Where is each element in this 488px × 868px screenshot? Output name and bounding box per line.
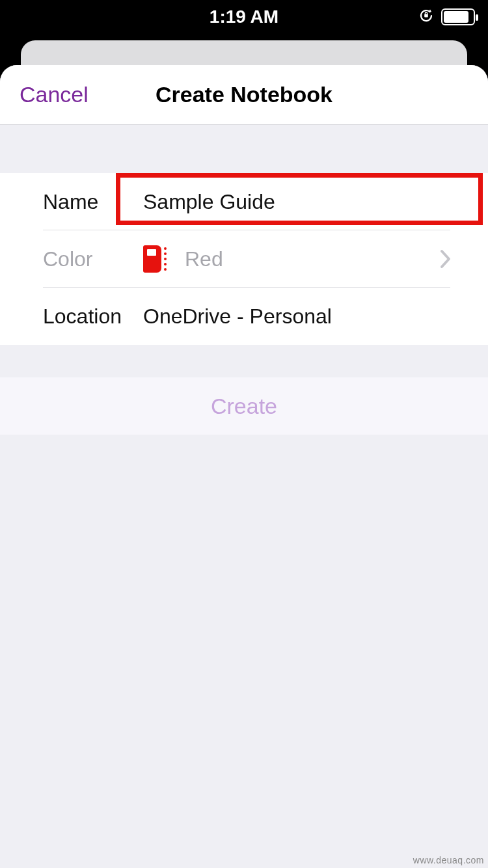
watermark: www.deuaq.com: [413, 855, 484, 865]
nav-bar: Cancel Create Notebook: [0, 65, 488, 125]
name-label: Name: [43, 190, 143, 214]
color-value: Red: [185, 247, 223, 271]
location-row: Location OneDrive - Personal: [0, 288, 488, 345]
section-spacer: [0, 125, 488, 173]
svg-rect-0: [424, 14, 428, 18]
orientation-lock-icon: [418, 7, 435, 27]
page-title: Create Notebook: [156, 82, 332, 107]
cancel-button[interactable]: Cancel: [20, 82, 88, 107]
section-spacer: [0, 345, 488, 377]
form-group: Name Color Red: [0, 173, 488, 345]
color-row[interactable]: Color Red: [0, 230, 488, 288]
color-label: Color: [43, 247, 143, 271]
modal-sheet: Cancel Create Notebook Name Color: [0, 65, 488, 868]
name-row[interactable]: Name: [0, 173, 488, 230]
location-label: Location: [43, 305, 143, 329]
chevron-right-icon: [440, 249, 452, 269]
battery-icon: [441, 8, 475, 25]
create-button[interactable]: Create: [211, 394, 277, 419]
create-row[interactable]: Create: [0, 377, 488, 435]
status-bar: 1:19 AM: [0, 0, 488, 34]
name-input[interactable]: [143, 179, 488, 224]
status-time: 1:19 AM: [210, 7, 278, 27]
location-value: OneDrive - Personal: [143, 305, 332, 329]
notebook-icon: [143, 245, 167, 273]
